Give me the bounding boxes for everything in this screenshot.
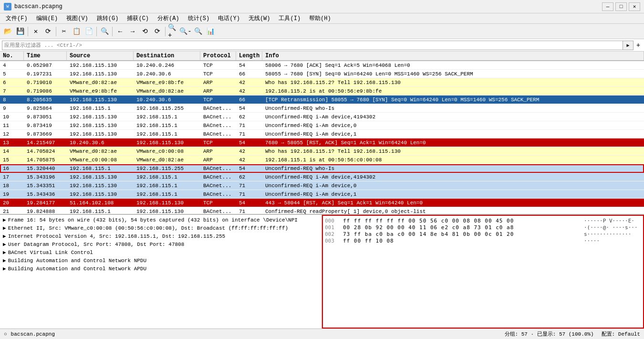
toolbar-jump[interactable]: ⟲ xyxy=(139,26,151,37)
toolbar-cut[interactable]: ✂ xyxy=(58,26,70,37)
status-profile: 配置: Default xyxy=(602,330,640,338)
table-row[interactable]: 1514.705875VMware_c0:00:08VMware_d0:82:a… xyxy=(0,156,644,164)
table-row[interactable]: 2119.824888192.168.115.1192.168.115.130B… xyxy=(0,207,644,214)
detail-label: Building Automation and Control Network … xyxy=(8,258,146,264)
detail-label: Building Automation and Control Network … xyxy=(8,266,146,272)
table-row[interactable]: 109.873051192.168.115.130192.168.115.1BA… xyxy=(0,113,644,121)
detail-item[interactable]: ▶Ethernet II, Src: VMware_c0:00:08 (00:5… xyxy=(1,224,321,232)
menu-item-V[interactable]: 视图(V) xyxy=(62,13,92,23)
table-row[interactable]: 129.873669192.168.115.130192.168.115.1BA… xyxy=(0,130,644,138)
table-header: No. Time Source Destination Protocol Len… xyxy=(0,52,644,61)
packet-details: ▶Frame 16: 54 bytes on wire (432 bits), … xyxy=(0,215,322,328)
detail-item[interactable]: ▶Building Automation and Control Network… xyxy=(1,256,321,265)
table-row[interactable]: 70.719086VMware_e9:8b:feVMware_d0:82:aeA… xyxy=(0,87,644,95)
filter-apply-button[interactable]: ▶ xyxy=(623,41,634,50)
app-icon: W xyxy=(4,3,11,11)
col-header-info[interactable]: Info xyxy=(262,52,644,60)
menu-item-A[interactable]: 分析(A) xyxy=(154,13,183,23)
toolbar-sep-2 xyxy=(56,27,56,36)
menu-item-G[interactable]: 跳转(G) xyxy=(93,13,123,23)
table-row[interactable]: 50.197231192.168.115.13010.240.30.6TCP66… xyxy=(0,70,644,78)
detail-item[interactable]: ▶BACnet Virtual Link Control xyxy=(1,248,321,256)
menu-item-C[interactable]: 捕获(C) xyxy=(123,13,153,23)
toolbar-back[interactable]: ← xyxy=(114,26,126,37)
menu-item-S[interactable]: 统计(S) xyxy=(184,13,214,23)
toolbar-sep-3 xyxy=(96,27,97,36)
col-header-protocol[interactable]: Protocol xyxy=(200,52,236,60)
toolbar-close[interactable]: ✕ xyxy=(30,26,42,37)
table-row[interactable]: 119.873419192.168.115.130192.168.115.1BA… xyxy=(0,121,644,130)
detail-arrow: ▶ xyxy=(3,241,6,247)
toolbar-open[interactable]: 📂 xyxy=(2,26,13,37)
menu-item-Y[interactable]: 电话(Y) xyxy=(214,13,244,23)
table-row[interactable]: 1414.705824VMware_d0:82:aeVMware_c0:00:0… xyxy=(0,147,644,156)
filter-input[interactable] xyxy=(2,41,623,50)
detail-item[interactable]: ▶Building Automation and Control Network… xyxy=(1,265,321,273)
menu-item-I[interactable]: 工具(I) xyxy=(275,13,304,23)
toolbar-zoom-reset[interactable]: 🔍 xyxy=(192,26,204,37)
hex-ascii: ······P V·····E· xyxy=(584,218,641,224)
col-header-length[interactable]: Length xyxy=(236,52,262,60)
table-row[interactable]: 1615.320440192.168.115.1192.168.115.255B… xyxy=(0,164,644,173)
detail-item[interactable]: ▶Internet Protocol Version 4, Src: 192.1… xyxy=(1,232,321,240)
detail-arrow: ▶ xyxy=(3,257,6,264)
table-row[interactable]: 1915.343436192.168.115.130192.168.115.1B… xyxy=(0,190,644,199)
toolbar-zoom-in[interactable]: 🔍+ xyxy=(167,26,179,37)
close-button[interactable]: ✕ xyxy=(629,2,640,11)
hex-offset: 003 xyxy=(325,238,339,244)
table-row[interactable]: 88.205635192.168.115.13010.240.30.6TCP66… xyxy=(0,95,644,104)
col-header-source[interactable]: Source xyxy=(67,52,134,60)
menu-item-E[interactable]: 编辑(E) xyxy=(32,13,62,23)
col-header-destination[interactable]: Destination xyxy=(134,52,200,60)
col-header-time[interactable]: Time xyxy=(24,52,67,60)
menu-item-F[interactable]: 文件(F) xyxy=(2,13,31,23)
detail-label: BACnet Virtual Link Control xyxy=(8,250,93,255)
toolbar-zoom-out[interactable]: 🔍- xyxy=(180,26,191,37)
toolbar-forward[interactable]: → xyxy=(127,26,138,37)
detail-label: Ethernet II, Src: VMware_c0:00:08 (00:50… xyxy=(8,225,289,231)
toolbar-jump2[interactable]: ⟳ xyxy=(152,26,163,37)
hex-bytes: ff 00 ff 10 08 xyxy=(343,238,580,244)
detail-arrow: ▶ xyxy=(3,217,6,223)
detail-label: User Datagram Protocol, Src Port: 47808,… xyxy=(8,242,185,247)
detail-arrow: ▶ xyxy=(3,225,6,231)
toolbar-save[interactable]: 💾 xyxy=(14,26,26,37)
hex-offset: 000 xyxy=(325,218,339,224)
table-row[interactable]: 2019.28417751.164.102.108192.168.115.130… xyxy=(0,199,644,207)
table-row[interactable]: 1715.343196192.168.115.130192.168.115.1B… xyxy=(0,173,644,181)
hex-ascii: s·············· xyxy=(584,231,641,237)
table-row[interactable]: 1314.21549710.240.30.6192.168.115.130TCP… xyxy=(0,138,644,147)
title-bar-controls[interactable]: — □ ✕ xyxy=(602,2,640,11)
table-row[interactable]: 99.825864192.168.115.1192.168.115.255BAC… xyxy=(0,104,644,113)
toolbar-paste[interactable]: 📄 xyxy=(83,26,94,37)
hex-row: 00100 28 0b 92 00 00 40 11 06 e2 c0 a8 7… xyxy=(325,224,641,231)
menu-item-W[interactable]: 无线(W) xyxy=(245,13,274,23)
col-header-no[interactable]: No. xyxy=(0,52,24,60)
hex-bytes: ff ff ff ff ff ff 00 50 56 c0 00 08 08 0… xyxy=(343,218,580,224)
bottom-pane: ▶Frame 16: 54 bytes on wire (432 bits), … xyxy=(0,214,644,328)
hex-row: 003ff 00 ff 10 08····· xyxy=(325,238,641,244)
toolbar-sep-1 xyxy=(28,27,28,36)
packet-table: No. Time Source Destination Protocol Len… xyxy=(0,52,644,214)
minimize-button[interactable]: — xyxy=(602,2,613,11)
hex-bytes: 73 ff ba c0 ba c0 00 14 8e b4 81 0b 00 0… xyxy=(343,231,580,237)
hex-offset: 001 xyxy=(325,224,339,231)
detail-item[interactable]: ▶Frame 16: 54 bytes on wire (432 bits), … xyxy=(1,216,321,224)
table-row[interactable]: 1815.343351192.168.115.130192.168.115.1B… xyxy=(0,181,644,190)
detail-item[interactable]: ▶User Datagram Protocol, Src Port: 47808… xyxy=(1,240,321,248)
toolbar-reload[interactable]: ⟳ xyxy=(42,26,54,37)
maximize-button[interactable]: □ xyxy=(615,2,627,11)
toolbar-sep-5 xyxy=(165,27,166,36)
hex-bytes: 00 28 0b 92 00 00 40 11 06 e2 c0 a8 73 0… xyxy=(343,224,580,231)
toolbar-copy[interactable]: 📋 xyxy=(71,26,82,37)
status-right: 分组: 57 · 已显示: 57 (100.0%) 配置: Default xyxy=(505,330,640,338)
status-filename: bacscan.pcapng xyxy=(11,331,55,337)
filter-add-button[interactable]: + xyxy=(634,41,642,50)
title-bar-left: W bacscan.pcapng xyxy=(4,3,62,11)
menu-item-H[interactable]: 帮助(H) xyxy=(305,13,335,23)
table-row[interactable]: 40.052987192.168.115.13010.240.0.246TCP5… xyxy=(0,61,644,70)
toolbar-search[interactable]: 🔍 xyxy=(99,26,110,37)
title-text: bacscan.pcapng xyxy=(14,3,62,10)
toolbar-stats[interactable]: 📊 xyxy=(205,26,216,37)
table-row[interactable]: 60.719010VMware_d0:82:aeVMware_e9:8b:feA… xyxy=(0,78,644,87)
